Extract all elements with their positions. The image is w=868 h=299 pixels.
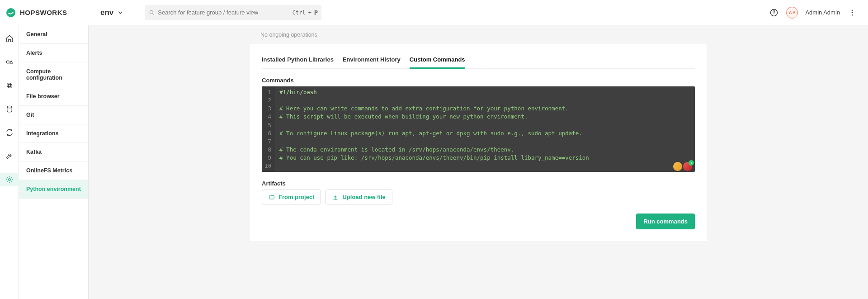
editor-presence-indicators <box>673 162 692 171</box>
sidebar-item-compute[interactable]: Compute configuration <box>19 62 88 87</box>
presence-blob-icon <box>673 162 682 171</box>
hopsworks-logo-icon <box>5 7 16 18</box>
run-commands-button[interactable]: Run commands <box>636 214 695 229</box>
editor-code[interactable]: #!/bin/bash # Here you can write command… <box>275 86 695 172</box>
avatar[interactable]: A A <box>786 7 798 19</box>
header-right: ? A A Admin Admin <box>769 7 857 19</box>
tab-installed-libs[interactable]: Installed Python Libraries <box>262 53 334 69</box>
sidebar-item-general[interactable]: General <box>19 25 88 44</box>
app-header: HOPSWORKS env Ctrl + P ? A A Admin Admin <box>0 0 868 25</box>
rail-copy-icon[interactable] <box>0 79 19 92</box>
sidebar-item-alerts[interactable]: Alerts <box>19 44 88 62</box>
tabs: Installed Python Libraries Environment H… <box>262 53 695 69</box>
svg-point-11 <box>7 106 12 108</box>
upload-icon <box>332 194 339 200</box>
rail-shapes-icon[interactable] <box>0 55 19 69</box>
project-name: env <box>100 8 113 17</box>
upload-button[interactable]: Upload new file <box>326 190 392 204</box>
rail-home-icon[interactable] <box>0 32 19 45</box>
brand-text: HOPSWORKS <box>20 9 67 16</box>
search-input[interactable] <box>155 9 292 16</box>
svg-rect-10 <box>8 85 12 88</box>
commands-label: Commands <box>262 77 695 84</box>
tab-env-history[interactable]: Environment History <box>343 53 401 69</box>
presence-blob-add-icon <box>683 162 692 171</box>
sidebar-item-onlinefs[interactable]: OnlineFS Metrics <box>19 161 88 180</box>
status-text: No ongoing operations <box>89 25 868 44</box>
tab-custom-commands[interactable]: Custom Commands <box>410 53 465 69</box>
svg-point-0 <box>6 8 15 17</box>
rail-settings-icon[interactable] <box>0 173 19 186</box>
editor-gutter: 12345678910 <box>262 86 275 172</box>
from-project-button[interactable]: From project <box>262 190 321 204</box>
sidebar-item-integrations[interactable]: Integrations <box>19 124 88 143</box>
svg-point-12 <box>8 179 10 181</box>
search-box[interactable]: Ctrl + P <box>145 5 321 20</box>
more-vert-icon[interactable] <box>847 8 857 18</box>
svg-text:?: ? <box>773 10 775 15</box>
svg-line-2 <box>153 13 154 14</box>
svg-rect-9 <box>7 83 10 87</box>
sidebar-item-file-browser[interactable]: File browser <box>19 87 88 106</box>
rail-wrench-icon[interactable] <box>0 149 19 163</box>
main-content: No ongoing operations Installed Python L… <box>89 25 868 299</box>
content-card: Installed Python Libraries Environment H… <box>250 44 707 241</box>
nav-rail <box>0 25 19 299</box>
chevron-down-icon <box>117 9 123 16</box>
sidebar-item-python-env[interactable]: Python environment <box>19 180 88 199</box>
search-shortcut: Ctrl + P <box>292 9 318 16</box>
user-name: Admin Admin <box>805 9 840 16</box>
search-icon <box>149 9 155 16</box>
svg-point-8 <box>6 61 9 63</box>
svg-point-7 <box>852 14 853 15</box>
folder-icon <box>269 194 275 200</box>
project-dropdown[interactable]: env <box>100 8 123 17</box>
artifacts-label: Artifacts <box>262 180 695 187</box>
sidebar: General Alerts Compute configuration Fil… <box>19 25 89 299</box>
rail-database-icon[interactable] <box>0 102 19 116</box>
code-editor[interactable]: 12345678910 #!/bin/bash # Here you can w… <box>262 86 695 172</box>
svg-point-5 <box>852 9 853 11</box>
rail-sync-icon[interactable] <box>0 126 19 139</box>
help-icon[interactable]: ? <box>769 8 779 18</box>
sidebar-item-git[interactable]: Git <box>19 106 88 124</box>
sidebar-item-kafka[interactable]: Kafka <box>19 143 88 161</box>
logo-area: HOPSWORKS <box>5 7 87 18</box>
svg-point-6 <box>852 12 853 13</box>
svg-point-1 <box>150 10 153 14</box>
